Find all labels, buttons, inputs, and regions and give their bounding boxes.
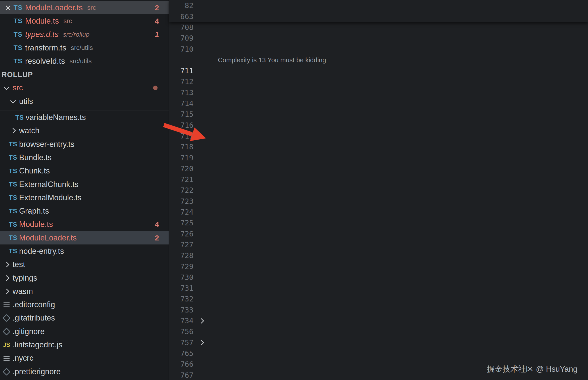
code-line-726[interactable]: 726 [169,229,588,239]
tree-item-wasm[interactable]: wasm [0,285,169,298]
tree-item-ModuleLoader.ts[interactable]: TSModuleLoader.ts2 [0,231,169,244]
code-line-733[interactable]: 733 [169,305,588,315]
section-header-rollup[interactable]: ROLLUP [0,68,169,81]
code-line-720[interactable]: 720 [169,163,588,174]
problems-badge: 2 [155,4,159,12]
tree-item-Chunk.ts[interactable]: TSChunk.ts [0,164,169,178]
tree-item-label: Bundle.ts [19,153,52,162]
tree-item-.lintstagedrc.js[interactable]: JS.lintstagedrc.js [0,338,169,351]
code-line-731[interactable]: 731 [169,283,588,294]
tree-item-label: utils [19,97,33,106]
line-number: 712 [169,76,193,87]
fold-chevron-icon[interactable] [199,340,204,345]
code-line-756[interactable]: 756 [169,326,588,337]
codelens-text[interactable]: Complexity is 13 You must be kidding [209,55,588,66]
tree-item-label: Chunk.ts [19,166,50,175]
tree-item-label: .gitignore [13,327,45,336]
code-line-663[interactable]: 663 [169,11,588,22]
tree-item-label: .gitattributes [13,313,55,323]
open-editor-Module.ts[interactable]: TSModule.tssrc4 [0,14,169,28]
line-number: 734 [169,315,193,326]
code-line-82[interactable]: 82 [169,0,588,11]
tree-item-src[interactable]: src [0,81,169,95]
line-number: 716 [169,120,193,131]
tree-item-watch[interactable]: watch [0,124,169,138]
file-path: src/rollup [63,31,89,38]
code-line-714[interactable]: 714 [169,98,588,109]
file-path: src/utils [70,57,92,65]
tree-item-.nycrc[interactable]: .nycrc [0,352,169,365]
tree-item-node-entry.ts[interactable]: TSnode-entry.ts [0,244,169,258]
code-line-718[interactable]: 718 [169,142,588,152]
typescript-file-icon: TS [9,234,17,241]
tree-item-.prettierignore[interactable]: .prettierignore [0,365,169,378]
git-file-icon [3,314,10,322]
fold-chevron-icon[interactable] [199,318,204,324]
file-path: src/utils [71,44,93,52]
tree-item-Module.ts[interactable]: TSModule.ts4 [0,218,169,231]
typescript-file-icon: TS [9,221,17,228]
open-editor-types.d.ts[interactable]: TStypes.d.tssrc/rollup1 [0,28,169,41]
code-line-734[interactable]: 734 [169,315,588,326]
code-line-715[interactable]: 715 [169,109,588,120]
code-line-716[interactable]: 716 [169,120,588,131]
tree-item-label: src [13,83,23,92]
code-line-708[interactable]: 708 [169,22,588,33]
code-line-711[interactable]: 711 [169,66,588,76]
code-line-709[interactable]: 709 [169,33,588,44]
open-editor-resolveId.ts[interactable]: TSresolveId.tssrc/utils [0,54,169,68]
line-number: 713 [169,87,193,98]
code-line-723[interactable]: 723 [169,196,588,207]
file-tree: srcutilsTSvariableNames.tswatchTSbrowser… [0,81,169,378]
typescript-file-icon: TS [9,181,17,188]
tree-item-ExternalModule.ts[interactable]: TSExternalModule.ts [0,191,169,204]
codelens-row: Complexity is 13 You must be kidding [169,55,588,66]
code-line-765[interactable]: 765 [169,348,588,359]
tree-item-.gitignore[interactable]: .gitignore [0,325,169,338]
tree-item-utils[interactable]: utils [0,95,169,108]
git-file-icon [3,328,10,335]
tree-item-label: Graph.ts [19,207,49,216]
code-line-713[interactable]: 713 [169,87,588,98]
code-line-724[interactable]: 724 [169,207,588,218]
code-line-732[interactable]: 732 [169,294,588,304]
code-line-727[interactable]: 727 [169,239,588,250]
line-number: 708 [169,22,193,33]
line-number: 715 [169,109,193,120]
tree-item-.editorconfig[interactable]: .editorconfig [0,298,169,311]
code-line-729[interactable]: 729 [169,261,588,272]
tree-item-.gitattributes[interactable]: .gitattributes [0,311,169,325]
line-number: 756 [169,326,193,337]
open-editor-ModuleLoader.ts[interactable]: ×TSModuleLoader.tssrc2 [0,1,169,14]
open-editor-transform.ts[interactable]: TStransform.tssrc/utils [0,41,169,54]
code-line-717[interactable]: 717 [169,131,588,142]
code-line-712[interactable]: 712 [169,76,588,87]
tree-item-ExternalChunk.ts[interactable]: TSExternalChunk.ts [0,178,169,191]
tree-item-browser-entry.ts[interactable]: TSbrowser-entry.ts [0,138,169,151]
typescript-file-icon: TS [9,247,17,255]
code-line-728[interactable]: 728 [169,250,588,261]
code-line-721[interactable]: 721 [169,174,588,185]
close-icon[interactable]: × [3,3,13,13]
code-line-757[interactable]: 757 [169,337,588,348]
typescript-file-icon: TS [14,31,22,38]
watermark: 掘金技术社区 @ HsuYang [487,364,577,374]
code-line-719[interactable]: 719 [169,153,588,163]
line-number: 728 [169,250,193,261]
line-number: 730 [169,272,193,283]
problems-badge: 4 [155,17,159,25]
tree-item-label: ModuleLoader.ts [19,233,77,242]
file-name: resolveId.ts [25,57,65,66]
code-line-725[interactable]: 725 [169,218,588,228]
code-line-730[interactable]: 730 [169,272,588,283]
code-line-722[interactable]: 722 [169,185,588,196]
tree-item-Graph.ts[interactable]: TSGraph.ts [0,204,169,218]
tree-item-variableNames.ts[interactable]: TSvariableNames.ts [0,111,169,124]
tree-item-typings[interactable]: typings [0,271,169,285]
modified-dot [153,86,158,90]
code-line-710[interactable]: 710 [169,44,588,55]
sticky-scroll: 82663 [169,0,588,22]
code-editor[interactable]: 708709710Complexity is 13 You must be ki… [169,0,588,380]
tree-item-Bundle.ts[interactable]: TSBundle.ts [0,151,169,164]
tree-item-test[interactable]: test [0,258,169,271]
